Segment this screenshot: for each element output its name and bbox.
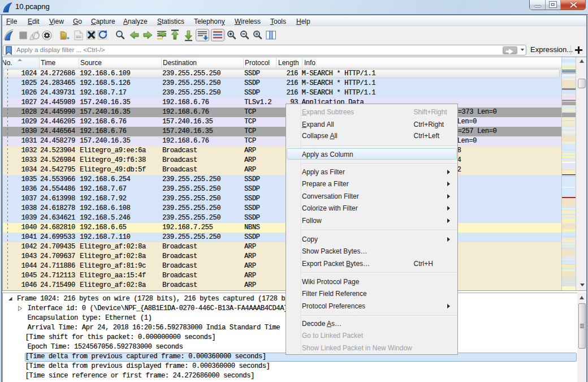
svg-text:010: 010 [76, 36, 81, 38]
